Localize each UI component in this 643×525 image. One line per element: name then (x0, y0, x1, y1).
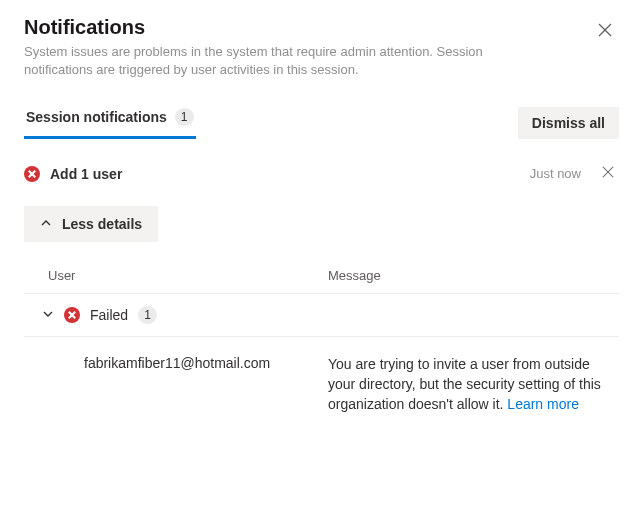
close-icon (601, 165, 615, 182)
dismiss-notification-button[interactable] (597, 161, 619, 186)
header-text: Notifications System issues are problems… (24, 16, 591, 79)
less-details-button[interactable]: Less details (24, 206, 158, 242)
notification-title-group: Add 1 user (24, 166, 122, 182)
close-panel-button[interactable] (591, 16, 619, 47)
page-title: Notifications (24, 16, 591, 39)
notification-time: Just now (530, 166, 581, 181)
details-table: User Message Failed 1 (24, 260, 619, 432)
status-count-badge: 1 (138, 306, 157, 324)
notification-item: Add 1 user Just now (24, 161, 619, 432)
user-cell: fabrikamfiber11@hotmail.com (24, 355, 328, 414)
error-icon (64, 307, 80, 323)
notification-title: Add 1 user (50, 166, 122, 182)
notification-meta: Just now (530, 161, 619, 186)
notification-header: Add 1 user Just now (24, 161, 619, 186)
tab-session-notifications[interactable]: Session notifications 1 (24, 108, 196, 139)
chevron-down-icon (42, 306, 54, 324)
error-icon (24, 166, 40, 182)
chevron-up-icon (40, 216, 52, 232)
less-details-label: Less details (62, 216, 142, 232)
tab-count-badge: 1 (175, 108, 194, 126)
panel-header: Notifications System issues are problems… (24, 16, 619, 79)
dismiss-all-button[interactable]: Dismiss all (518, 107, 619, 139)
table-header: User Message (24, 260, 619, 293)
column-header-message: Message (328, 268, 619, 283)
page-subtitle: System issues are problems in the system… (24, 43, 544, 79)
column-header-user: User (48, 268, 328, 283)
learn-more-link[interactable]: Learn more (507, 396, 579, 412)
status-group-row[interactable]: Failed 1 (24, 293, 619, 337)
message-cell: You are trying to invite a user from out… (328, 355, 619, 414)
status-label: Failed (90, 307, 128, 323)
tabs-row: Session notifications 1 Dismiss all (24, 107, 619, 139)
table-row: fabrikamfiber11@hotmail.com You are tryi… (24, 337, 619, 432)
tab-label: Session notifications (26, 109, 167, 125)
notifications-panel: Notifications System issues are problems… (0, 0, 643, 448)
close-icon (597, 22, 613, 41)
